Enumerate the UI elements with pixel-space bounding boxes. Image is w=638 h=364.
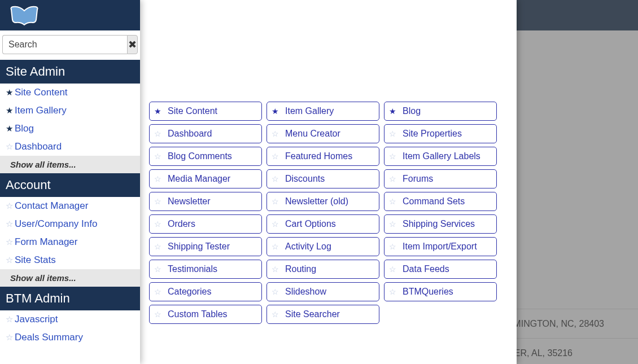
search-input[interactable]: [2, 35, 127, 54]
flyout-item-label: Blog Comments: [168, 151, 232, 161]
star-outline-icon[interactable]: ☆: [272, 220, 283, 229]
star-outline-icon[interactable]: ☆: [3, 219, 15, 229]
star-outline-icon[interactable]: ☆: [272, 242, 283, 251]
flyout-item-label: Blog: [403, 106, 421, 116]
star-outline-icon[interactable]: ☆: [154, 174, 165, 183]
logo-band: [0, 0, 140, 30]
star-outline-icon[interactable]: ☆: [3, 255, 15, 265]
flyout-item[interactable]: ☆BTMQueries: [384, 282, 497, 301]
sidebar-item[interactable]: ☆Javascript: [0, 310, 140, 328]
star-filled-icon[interactable]: ★: [272, 107, 283, 116]
flyout-item[interactable]: ☆Site Properties: [384, 124, 497, 143]
star-filled-icon[interactable]: ★: [3, 87, 15, 98]
flyout-item-label: Routing: [285, 264, 316, 274]
flyout-item[interactable]: ★Item Gallery: [266, 102, 379, 121]
star-outline-icon[interactable]: ☆: [389, 129, 400, 138]
flyout-item[interactable]: ☆Shipping Services: [384, 214, 497, 234]
flyout-item[interactable]: ☆Menu Creator: [266, 124, 379, 143]
star-filled-icon[interactable]: ★: [389, 107, 400, 116]
flyout-item[interactable]: ☆Newsletter (old): [266, 192, 379, 211]
star-outline-icon[interactable]: ☆: [389, 265, 400, 274]
flyout-item[interactable]: ★Blog: [384, 102, 497, 121]
star-outline-icon[interactable]: ☆: [272, 310, 283, 319]
sidebar-item-label: User/Company Info: [15, 218, 97, 230]
star-outline-icon[interactable]: ☆: [154, 197, 165, 206]
star-outline-icon[interactable]: ☆: [154, 242, 165, 251]
flyout-item[interactable]: ☆Slideshow: [266, 282, 379, 301]
flyout-item-label: Item Import/Export: [403, 242, 477, 252]
star-filled-icon[interactable]: ★: [154, 107, 165, 116]
star-outline-icon[interactable]: ☆: [389, 152, 400, 161]
flyout-item[interactable]: ☆Activity Log: [266, 237, 379, 256]
show-all-items[interactable]: Show all items...: [0, 156, 140, 173]
flyout-item[interactable]: ☆Item Gallery Labels: [384, 147, 497, 166]
sidebar-item-label: Form Manager: [15, 236, 77, 248]
flyout-item-label: Item Gallery Labels: [403, 151, 480, 161]
flyout-item[interactable]: ☆Categories: [149, 282, 262, 301]
flyout-item[interactable]: ☆Cart Options: [266, 214, 379, 234]
star-outline-icon[interactable]: ☆: [389, 287, 400, 296]
sidebar-item[interactable]: ★Item Gallery: [0, 102, 140, 120]
flyout-item[interactable]: ☆Discounts: [266, 169, 379, 188]
flyout-item[interactable]: ☆Command Sets: [384, 192, 497, 211]
flyout-item-label: Activity Log: [285, 242, 331, 252]
star-outline-icon[interactable]: ☆: [272, 174, 283, 183]
sidebar-item[interactable]: ☆Deals Summary: [0, 328, 140, 347]
star-outline-icon[interactable]: ☆: [272, 265, 283, 274]
sidebar-item[interactable]: ★Site Content: [0, 84, 140, 102]
flyout-item[interactable]: ☆Forums: [384, 169, 497, 188]
flyout-item-label: Newsletter (old): [285, 196, 348, 207]
flyout-item[interactable]: ☆Dashboard: [149, 124, 262, 143]
sidebar-item[interactable]: ☆Site Stats: [0, 251, 140, 269]
sidebar-item[interactable]: ☆Contact Manager: [0, 197, 140, 215]
flyout-item[interactable]: ☆Testimonials: [149, 260, 262, 279]
flyout-item[interactable]: ☆Featured Homes: [266, 147, 379, 166]
star-outline-icon[interactable]: ☆: [3, 201, 15, 211]
flyout-item-label: Testimonials: [168, 264, 217, 274]
flyout-item-label: Shipping Services: [403, 219, 475, 229]
star-filled-icon[interactable]: ★: [3, 106, 15, 116]
flyout-item[interactable]: ☆Routing: [266, 260, 379, 279]
flyout-item-label: Slideshow: [285, 287, 326, 297]
star-filled-icon[interactable]: ★: [3, 124, 15, 134]
star-outline-icon[interactable]: ☆: [389, 197, 400, 206]
star-outline-icon[interactable]: ☆: [389, 220, 400, 229]
star-outline-icon[interactable]: ☆: [154, 152, 165, 161]
sidebar-item[interactable]: ☆User/Company Info: [0, 215, 140, 233]
star-outline-icon[interactable]: ☆: [3, 332, 15, 343]
search-clear-button[interactable]: ✖: [127, 35, 138, 54]
star-outline-icon[interactable]: ☆: [3, 314, 15, 324]
star-outline-icon[interactable]: ☆: [3, 237, 15, 247]
flyout-item[interactable]: ★Site Content: [149, 102, 262, 121]
sidebar-item[interactable]: ★Blog: [0, 120, 140, 138]
flyout-item[interactable]: ☆Orders: [149, 214, 262, 234]
flyout-item-label: Site Properties: [403, 129, 462, 139]
star-outline-icon[interactable]: ☆: [154, 287, 165, 296]
flyout-item[interactable]: ☆Custom Tables: [149, 305, 262, 324]
flyout-item[interactable]: ☆Newsletter: [149, 192, 262, 211]
flyout-item[interactable]: ☆Item Import/Export: [384, 237, 497, 256]
star-outline-icon[interactable]: ☆: [154, 220, 165, 229]
star-outline-icon[interactable]: ☆: [272, 287, 283, 296]
sidebar-item-label: Deals Summary: [15, 332, 83, 343]
star-outline-icon[interactable]: ☆: [272, 197, 283, 206]
flyout-item[interactable]: ☆Shipping Tester: [149, 237, 262, 256]
star-outline-icon[interactable]: ☆: [389, 174, 400, 183]
star-outline-icon[interactable]: ☆: [154, 265, 165, 274]
sidebar-item[interactable]: ☆Form Manager: [0, 233, 140, 251]
flyout-item[interactable]: ☆Media Manager: [149, 169, 262, 188]
sidebar-item[interactable]: ☆Dashboard: [0, 138, 140, 156]
flyout-item-label: Item Gallery: [285, 106, 334, 116]
flyout-item[interactable]: ☆Data Feeds: [384, 260, 497, 279]
star-outline-icon[interactable]: ☆: [272, 129, 283, 138]
star-outline-icon[interactable]: ☆: [3, 142, 15, 152]
flyout-panel: ★Site Content★Item Gallery★Blog☆Dashboar…: [140, 0, 517, 364]
flyout-item[interactable]: ☆Blog Comments: [149, 147, 262, 166]
show-all-items[interactable]: Show all items...: [0, 269, 140, 287]
flyout-item[interactable]: ☆Site Searcher: [266, 305, 379, 324]
star-outline-icon[interactable]: ☆: [154, 310, 165, 319]
flyout-item-label: Featured Homes: [285, 151, 352, 161]
star-outline-icon[interactable]: ☆: [389, 242, 400, 251]
star-outline-icon[interactable]: ☆: [154, 129, 165, 138]
star-outline-icon[interactable]: ☆: [272, 152, 283, 161]
